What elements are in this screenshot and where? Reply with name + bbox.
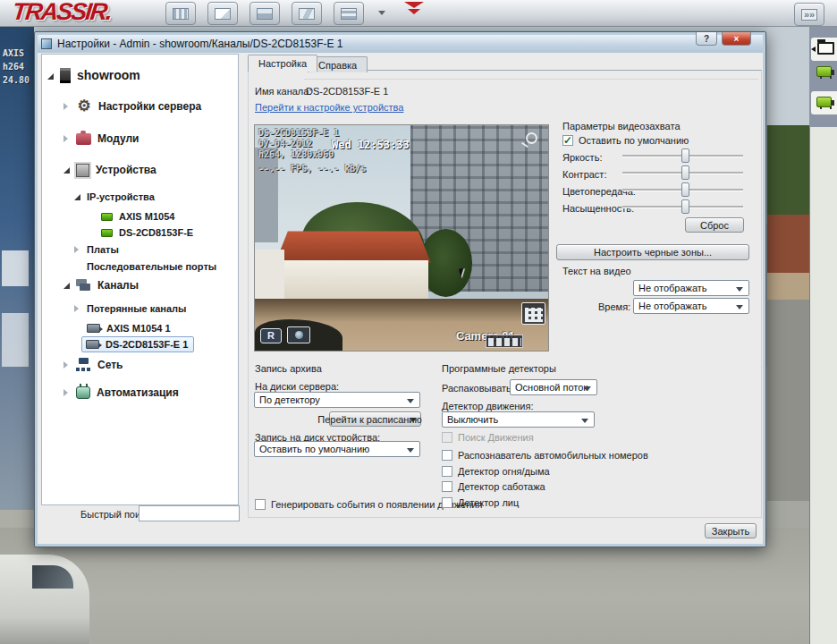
channel-name-value: DS-2CD8153F-E 1 <box>306 86 388 97</box>
toolbar-dropdown-arrow-icon[interactable] <box>378 11 385 15</box>
capture-title: Параметры видеозахвата <box>562 121 681 131</box>
puzzle-icon <box>76 133 91 145</box>
collapse-arrow-icon[interactable] <box>63 135 68 142</box>
slider-thumb[interactable] <box>681 199 689 214</box>
close-dialog-button[interactable]: Закрыть <box>705 523 757 538</box>
expand-arrow-icon[interactable] <box>47 73 54 80</box>
slider-thumb[interactable] <box>681 182 689 197</box>
black-zones-button[interactable]: Настроить черные зоны... <box>556 244 749 260</box>
reset-button[interactable]: Сброс <box>685 217 744 233</box>
tree-item-showroom[interactable]: showroom <box>42 60 238 90</box>
checkbox-icon[interactable] <box>442 450 452 461</box>
tree-item-modules[interactable]: Модули <box>42 123 238 155</box>
device-settings-link[interactable]: Перейти к настройке устройства <box>255 102 403 113</box>
tree-item-ds-2cd8153f-e-1[interactable]: DS-2CD8153F-E 1 <box>42 336 238 352</box>
tree-item-devices[interactable]: Устройства <box>42 155 238 185</box>
dialog-titlebar[interactable]: Настройки - Admin - showroom/Каналы/DS-2… <box>38 35 763 53</box>
zoom-magnifier-icon[interactable] <box>526 132 537 144</box>
record-button[interactable]: R <box>260 328 282 343</box>
hue-slider[interactable] <box>622 182 743 197</box>
tree-item-ds-2cd8153f-e[interactable]: DS-2CD8153F-E <box>42 225 238 241</box>
robot-icon <box>76 386 90 399</box>
text-display-dropdown[interactable]: Не отображать <box>633 280 749 296</box>
saturation-slider[interactable] <box>622 199 743 214</box>
tab-settings[interactable]: Настройка <box>248 55 317 72</box>
checkbox-icon[interactable] <box>255 499 266 510</box>
map-view-icon[interactable] <box>292 2 322 25</box>
expand-arrow-icon[interactable] <box>63 283 70 289</box>
camera-green-icon[interactable] <box>816 66 832 77</box>
tree-item-automation[interactable]: Автоматизация <box>42 377 238 408</box>
channels-icon <box>76 279 91 292</box>
checkbox-icon[interactable] <box>442 481 452 492</box>
quick-search-input[interactable] <box>139 505 240 521</box>
tree-item-serial-ports[interactable]: Последовательные порты <box>42 258 238 274</box>
unpack-dropdown[interactable]: Основной поток <box>510 379 597 395</box>
settings-dialog: Настройки - Admin - showroom/Каналы/DS-2… <box>34 31 766 547</box>
zones-icon[interactable] <box>249 2 280 25</box>
server-disks-dropdown[interactable]: По детектору <box>254 392 420 408</box>
contrast-label: Контраст: <box>562 169 606 180</box>
collapse-arrow-icon[interactable] <box>63 103 68 110</box>
time-label: Время: <box>598 301 630 312</box>
monitor-grid-icon[interactable] <box>165 2 196 25</box>
folder-icon[interactable] <box>817 42 834 55</box>
checkbox-icon[interactable] <box>442 497 452 508</box>
fire-smoke-detector-checkbox[interactable]: Детектор огня/дыма <box>442 466 550 477</box>
brightness-label: Яркость: <box>562 152 602 163</box>
osd-codec: h264, 1280x960 <box>258 149 334 159</box>
time-display-dropdown[interactable]: Не отображать <box>633 298 749 314</box>
osd-channel-name: DS-2CD8153F-E 1 <box>258 128 339 138</box>
tree-item-boards[interactable]: Платы <box>42 241 238 258</box>
channel-name-label: Имя канала: <box>255 86 311 97</box>
snapshot-camera-icon[interactable] <box>287 326 310 343</box>
sabotage-detector-checkbox[interactable]: Детектор саботажа <box>442 481 545 492</box>
checkbox-disabled-icon <box>442 432 452 443</box>
slider-thumb[interactable] <box>681 148 689 163</box>
motion-detector-dropdown[interactable]: Выключить <box>442 411 595 428</box>
archive-calendar-icon[interactable] <box>521 302 545 325</box>
checkbox-icon[interactable] <box>442 466 452 477</box>
unpack-label: Распаковывать: <box>442 383 514 394</box>
tree-item-ip-devices[interactable]: IP-устройства <box>42 185 238 208</box>
help-button[interactable]: ? <box>696 32 717 46</box>
expand-arrow-icon[interactable] <box>63 167 70 174</box>
tree-item-server-settings[interactable]: ⚙ Настройки сервера <box>42 90 238 123</box>
capture-default-checkbox[interactable]: Оставить по умолчанию <box>562 135 689 146</box>
checkbox-checked-icon[interactable] <box>562 135 573 146</box>
device-disk-dropdown[interactable]: Оставить по умолчанию <box>254 441 420 457</box>
collapse-arrow-icon[interactable] <box>63 361 68 369</box>
video-preview[interactable]: DS-2CD8153F-E 1 07-04-2012 Wed 12:53:33 … <box>254 124 549 352</box>
dropdown-arrow-icon <box>410 418 417 422</box>
collapse-arrow-icon[interactable] <box>74 246 79 253</box>
archive-export-icon[interactable]: »» <box>794 3 824 26</box>
osd-time: Wed 12:53:33 <box>332 139 410 151</box>
contrast-slider[interactable] <box>622 165 743 180</box>
green-chip-icon <box>101 213 113 221</box>
plate-recognizer-checkbox[interactable]: Распознаватель автомобильных номеров <box>442 450 648 461</box>
right-sidebar <box>809 27 837 644</box>
face-detector-checkbox[interactable]: Детектор лиц <box>442 497 519 508</box>
collapse-toolbar-icon[interactable] <box>404 2 424 8</box>
green-chip-icon <box>101 229 113 237</box>
slider-thumb[interactable] <box>681 165 689 180</box>
motion-detector-label: Детектор движения: <box>442 401 534 411</box>
selected-tree-item: DS-2CD8153F-E 1 <box>81 336 194 352</box>
camera-green-icon[interactable] <box>816 97 832 107</box>
tree-item-network[interactable]: Сеть <box>42 352 238 377</box>
tree-item-axis-m1054-1[interactable]: AXIS M1054 1 <box>42 320 238 336</box>
close-window-button[interactable]: × <box>722 32 751 46</box>
edit-document-icon[interactable] <box>207 2 238 25</box>
tree-item-lost-channels[interactable]: Потерянные каналы <box>42 297 238 320</box>
tree-item-axis-m1054[interactable]: AXIS M1054 <box>42 208 238 225</box>
camera-icon <box>86 340 99 349</box>
collapse-arrow-icon[interactable] <box>74 305 79 312</box>
collapse-arrow-icon[interactable] <box>63 389 68 396</box>
text-on-video-label: Текст на видео <box>562 266 631 276</box>
brightness-slider[interactable] <box>622 148 743 163</box>
expand-arrow-icon[interactable] <box>74 194 80 200</box>
filmstrip-icon[interactable] <box>486 335 523 348</box>
settings-grid-icon[interactable] <box>334 2 364 25</box>
schedule-button[interactable]: Перейти к расписанию <box>329 411 421 427</box>
tree-item-channels[interactable]: Каналы <box>42 274 238 297</box>
